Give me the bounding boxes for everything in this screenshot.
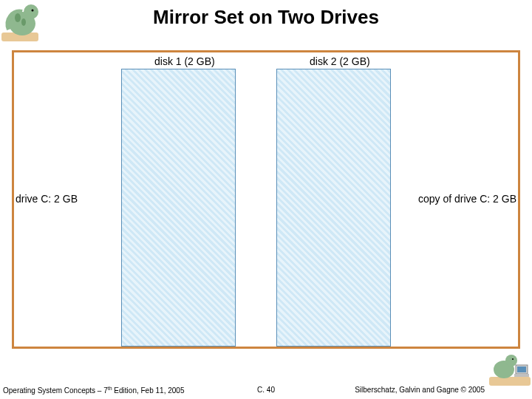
disk1-header-label: disk 1 (2 GB) <box>154 55 215 67</box>
svg-rect-12 <box>514 374 529 377</box>
drive-c-copy-label: copy of drive C: 2 GB <box>418 193 516 205</box>
svg-point-9 <box>512 358 514 360</box>
disk2-rect <box>276 69 391 347</box>
dinosaur-computer-icon <box>489 350 531 386</box>
mirror-diagram: disk 1 (2 GB) disk 2 (2 GB) drive C: 2 G… <box>12 50 520 349</box>
page-title: Mirror Set on Two Drives <box>0 6 532 29</box>
drive-c-label: drive C: 2 GB <box>16 193 78 205</box>
svg-rect-11 <box>517 366 526 372</box>
disk1-rect <box>121 69 236 347</box>
disk2-header-label: disk 2 (2 GB) <box>310 55 370 67</box>
footer-right: Silberschatz, Galvin and Gagne © 2005 <box>355 386 485 394</box>
svg-rect-6 <box>489 377 531 386</box>
footer: Operating System Concepts – 7th Edition,… <box>3 386 529 396</box>
